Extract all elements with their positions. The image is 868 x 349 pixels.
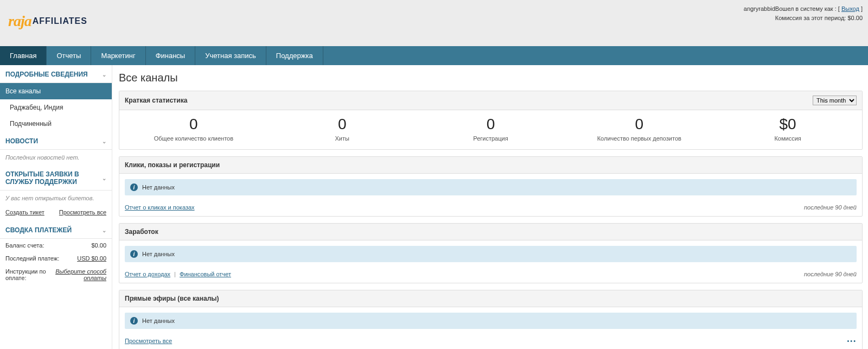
no-data-message: i Нет данных xyxy=(125,313,857,329)
payment-instr-label: Инструкции по оплате: xyxy=(5,268,52,281)
no-data-text: Нет данных xyxy=(142,318,175,324)
info-icon: i xyxy=(130,317,138,325)
nav-reports[interactable]: Отчеты xyxy=(47,46,91,65)
sidebar-details-header[interactable]: ПОДРОБНЫЕ СВЕДЕНИЯ ⌄ xyxy=(0,65,112,83)
stat-value: 0 xyxy=(268,117,417,132)
chevron-down-icon: ⌄ xyxy=(102,175,106,181)
sidebar: ПОДРОБНЫЕ СВЕДЕНИЯ ⌄ Все каналы Раджабец… xyxy=(0,65,112,349)
stat-registrations: 0 Регистрация xyxy=(417,110,565,149)
stat-value: 0 xyxy=(119,117,268,132)
balance-value: $0.00 xyxy=(91,242,106,249)
sidebar-item-sub[interactable]: Подчиненный xyxy=(0,116,112,132)
stat-value: $0 xyxy=(713,117,862,132)
commission-label: Комиссия за этот период: xyxy=(775,15,846,21)
quick-stats-title: Краткая статистика xyxy=(125,97,187,104)
logout-link[interactable]: Выход xyxy=(841,5,859,12)
stat-value: 0 xyxy=(417,117,565,132)
sidebar-news-empty: Последних новостей нет. xyxy=(0,150,112,165)
create-ticket-link[interactable]: Создать тикет xyxy=(5,209,44,215)
earnings-panel: Заработок i Нет данных Отчет о доходах |… xyxy=(119,223,863,283)
logo-affiliates: AFFILIATES xyxy=(33,16,87,26)
stat-label: Количество первых депозитов xyxy=(565,135,713,142)
stat-label: Комиссия xyxy=(713,135,862,142)
info-icon: i xyxy=(130,183,138,191)
main-content: Все каналы Краткая статистика This month… xyxy=(112,65,868,349)
nav-account[interactable]: Учетная запись xyxy=(195,46,266,65)
sidebar-tickets-title: ОТКРЫТЫЕ ЗАЯВКИ В СЛУЖБУ ПОДДЕРЖКИ xyxy=(5,170,102,186)
stat-label: Общее количество клиентов xyxy=(119,135,268,142)
more-options-button[interactable]: ••• xyxy=(847,338,857,344)
stat-value: 0 xyxy=(565,117,713,132)
choose-payment-link[interactable]: Выберите способ оплаты xyxy=(52,268,106,281)
period-hint: последние 90 дней xyxy=(804,271,857,277)
nav-support[interactable]: Поддержка xyxy=(266,46,323,65)
earnings-report-link[interactable]: Отчет о доходах xyxy=(125,271,170,277)
sidebar-details-title: ПОДРОБНЫЕ СВЕДЕНИЯ xyxy=(5,71,88,78)
commission-value: $0.00 xyxy=(847,15,863,21)
last-payment-label: Последний платеж: xyxy=(5,255,59,262)
quick-stats-panel: Краткая статистика This month 0 Общее ко… xyxy=(119,91,863,150)
stat-label: Хиты xyxy=(268,135,417,142)
user-block: angryrabbidВошел в систему как : [ Выход… xyxy=(744,4,863,22)
stat-commission: $0 Комиссия xyxy=(713,110,862,149)
no-data-message: i Нет данных xyxy=(125,179,857,195)
stat-customers: 0 Общее количество клиентов xyxy=(119,110,268,149)
chevron-down-icon: ⌄ xyxy=(102,138,106,144)
sidebar-tickets-header[interactable]: ОТКРЫТЫЕ ЗАЯВКИ В СЛУЖБУ ПОДДЕРЖКИ ⌄ xyxy=(0,165,112,191)
stat-hits: 0 Хиты xyxy=(268,110,417,149)
brand-logo[interactable]: raja AFFILIATES xyxy=(8,12,87,30)
nav-home[interactable]: Главная xyxy=(0,46,47,65)
no-data-text: Нет данных xyxy=(142,184,175,191)
sidebar-news-title: НОВОСТИ xyxy=(5,137,38,145)
user-name: angryrabbid xyxy=(744,5,775,12)
stat-ftd: 0 Количество первых депозитов xyxy=(565,110,713,149)
no-data-text: Нет данных xyxy=(142,251,175,257)
earnings-panel-title: Заработок xyxy=(125,228,158,236)
sidebar-payments-title: СВОДКА ПЛАТЕЖЕЙ xyxy=(5,226,72,234)
main-nav: Главная Отчеты Маркетинг Финансы Учетная… xyxy=(0,46,868,65)
chevron-down-icon: ⌄ xyxy=(102,72,106,78)
last-payment-link[interactable]: USD $0.00 xyxy=(77,255,106,262)
live-panel: Прямые эфиры (все каналы) i Нет данных П… xyxy=(119,290,863,349)
balance-label: Баланс счета: xyxy=(5,242,44,249)
sidebar-item-rajabets[interactable]: Раджабец, Индия xyxy=(0,99,112,116)
sidebar-news-header[interactable]: НОВОСТИ ⌄ xyxy=(0,132,112,150)
sidebar-item-all-channels[interactable]: Все каналы xyxy=(0,83,112,99)
sidebar-payments-header[interactable]: СВОДКА ПЛАТЕЖЕЙ ⌄ xyxy=(0,221,112,239)
no-data-message: i Нет данных xyxy=(125,246,857,262)
sidebar-tickets-empty: У вас нет открытых билетов. xyxy=(0,191,112,206)
clicks-panel-title: Клики, показы и регистрации xyxy=(125,161,220,169)
clicks-panel: Клики, показы и регистрации i Нет данных… xyxy=(119,156,863,217)
logged-in-label: Вошел в систему как : xyxy=(775,5,837,12)
period-hint: последние 90 дней xyxy=(804,204,857,211)
topbar: raja AFFILIATES angryrabbidВошел в систе… xyxy=(0,0,868,46)
chevron-down-icon: ⌄ xyxy=(102,227,106,233)
live-panel-title: Прямые эфиры (все каналы) xyxy=(125,295,219,302)
stat-label: Регистрация xyxy=(417,135,565,142)
clicks-report-link[interactable]: Отчет о кликах и показах xyxy=(125,204,195,211)
view-all-tickets-link[interactable]: Просмотреть все xyxy=(59,209,106,215)
view-all-link[interactable]: Просмотреть все xyxy=(125,338,172,344)
page-title: Все каналы xyxy=(119,72,863,84)
logo-raja: raja xyxy=(8,12,31,30)
nav-finance[interactable]: Финансы xyxy=(146,46,196,65)
period-select[interactable]: This month xyxy=(813,96,857,105)
nav-marketing[interactable]: Маркетинг xyxy=(91,46,145,65)
info-icon: i xyxy=(130,250,138,258)
finance-report-link[interactable]: Финансовый отчет xyxy=(180,271,231,277)
